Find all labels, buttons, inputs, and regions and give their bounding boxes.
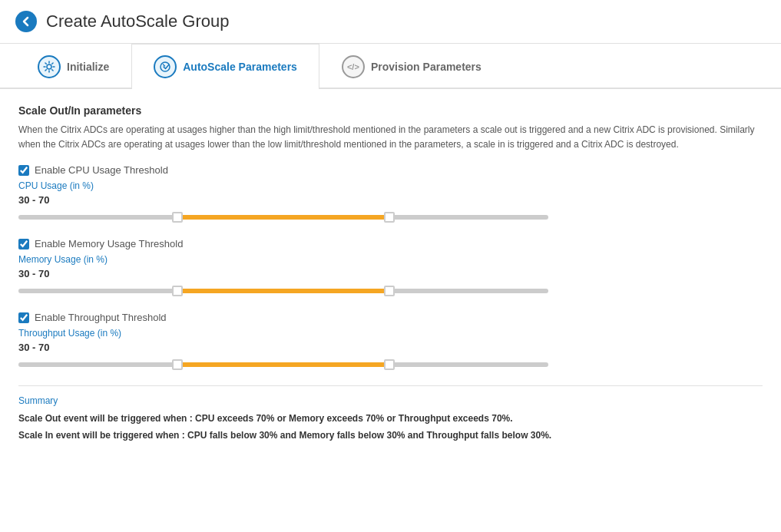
back-button[interactable] — [15, 11, 37, 32]
tab-initialize[interactable]: Initialize — [15, 44, 131, 89]
cpu-slider[interactable] — [18, 210, 548, 224]
tab-autoscale-label: AutoScale Parameters — [183, 61, 297, 73]
summary-title: Summary — [18, 395, 763, 406]
tab-provision-parameters[interactable]: </> Provision Parameters — [319, 44, 504, 89]
throughput-slider-fill — [177, 362, 389, 367]
cpu-range-value: 30 - 70 — [18, 194, 763, 206]
memory-checkbox[interactable] — [18, 239, 29, 249]
cpu-thumb-low[interactable] — [172, 212, 183, 223]
memory-range-value: 30 - 70 — [18, 268, 763, 279]
throughput-thumb-low[interactable] — [172, 359, 183, 370]
cpu-checkbox-row: Enable CPU Usage Threshold — [18, 164, 763, 176]
svg-point-0 — [47, 64, 51, 69]
throughput-slider-track — [18, 362, 548, 367]
throughput-checkbox-row: Enable Throughput Threshold — [18, 312, 763, 323]
throughput-range-value: 30 - 70 — [18, 342, 763, 353]
memory-thumb-low[interactable] — [172, 286, 183, 296]
cpu-thumb-high[interactable] — [384, 212, 395, 223]
cpu-usage-label: CPU Usage (in %) — [18, 180, 763, 191]
memory-slider-track — [18, 289, 548, 293]
cpu-threshold-group: Enable CPU Usage Threshold CPU Usage (in… — [18, 164, 763, 224]
memory-threshold-group: Enable Memory Usage Threshold Memory Usa… — [18, 238, 763, 298]
scale-out-summary: Scale Out event will be triggered when :… — [18, 411, 763, 428]
provision-icon: </> — [342, 55, 365, 78]
main-content: Scale Out/In parameters When the Citrix … — [0, 89, 781, 460]
tab-initialize-label: Initialize — [67, 61, 109, 73]
throughput-usage-label: Throughput Usage (in %) — [18, 328, 763, 339]
cpu-checkbox-label[interactable]: Enable CPU Usage Threshold — [35, 164, 168, 176]
memory-checkbox-row: Enable Memory Usage Threshold — [18, 238, 763, 249]
tab-provision-label: Provision Parameters — [371, 61, 482, 73]
throughput-slider[interactable] — [18, 358, 548, 372]
scale-in-summary: Scale In event will be triggered when : … — [18, 428, 763, 444]
cpu-slider-fill — [177, 215, 389, 220]
summary-section: Summary Scale Out event will be triggere… — [18, 385, 763, 444]
autoscale-icon — [154, 55, 177, 78]
throughput-checkbox-label[interactable]: Enable Throughput Threshold — [35, 312, 167, 323]
memory-thumb-high[interactable] — [384, 286, 395, 296]
tab-autoscale-parameters[interactable]: AutoScale Parameters — [131, 44, 319, 89]
memory-checkbox-label[interactable]: Enable Memory Usage Threshold — [35, 238, 183, 249]
section-title: Scale Out/In parameters — [18, 104, 763, 117]
throughput-threshold-group: Enable Throughput Threshold Throughput U… — [18, 312, 763, 372]
section-description: When the Citrix ADCs are operating at us… — [18, 123, 763, 152]
svg-point-1 — [161, 62, 170, 71]
throughput-thumb-high[interactable] — [384, 359, 395, 370]
memory-slider-fill — [177, 289, 389, 293]
summary-text: Scale Out event will be triggered when :… — [18, 411, 763, 444]
page-header: Create AutoScale Group — [0, 0, 781, 44]
page-title: Create AutoScale Group — [46, 12, 229, 31]
throughput-checkbox[interactable] — [18, 312, 29, 323]
cpu-slider-track — [18, 215, 548, 220]
initialize-icon — [38, 55, 61, 78]
cpu-checkbox[interactable] — [18, 165, 29, 176]
memory-slider[interactable] — [18, 284, 548, 298]
memory-usage-label: Memory Usage (in %) — [18, 254, 763, 265]
tabs-container: Initialize AutoScale Parameters </> Prov… — [0, 44, 781, 89]
